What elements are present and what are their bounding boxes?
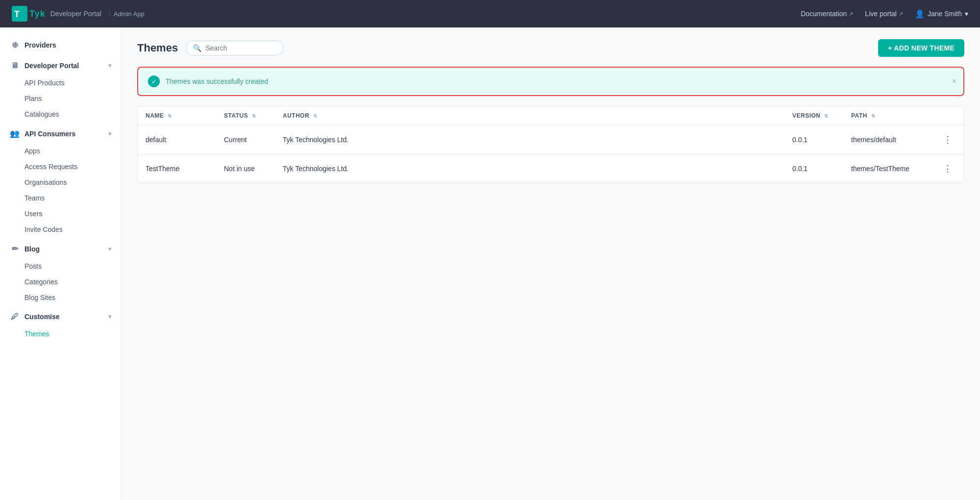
sidebar-child-apps[interactable]: Apps <box>0 143 121 159</box>
col-header-status[interactable]: STATUS ⇅ <box>216 106 275 125</box>
sidebar-child-users[interactable]: Users <box>0 206 121 222</box>
cell-status: Not in use <box>216 154 275 183</box>
sort-icon-version: ⇅ <box>824 113 829 119</box>
sidebar-child-categories[interactable]: Categories <box>0 274 121 290</box>
documentation-label: Documentation <box>801 10 847 18</box>
row-actions-button[interactable]: ⋮ <box>939 161 956 176</box>
external-link-icon: ↗ <box>849 11 853 17</box>
row-actions-button[interactable]: ⋮ <box>939 132 956 147</box>
sidebar-section-providers: ⊕ Providers <box>0 35 121 54</box>
api-consumers-chevron: ▾ <box>108 130 111 137</box>
alert-close-button[interactable]: × <box>952 77 956 86</box>
cell-path: themes/default <box>843 125 931 154</box>
logo-area: T Tyk Developer Portal Admin App <box>12 6 145 22</box>
api-consumers-icon: 👥 <box>10 129 20 138</box>
live-portal-link[interactable]: Live portal ↗ <box>865 10 903 18</box>
app-body: ⊕ Providers 🖥 Developer Portal ▾ API Pro… <box>0 27 980 500</box>
themes-table-container: NAME ⇅ STATUS ⇅ AUTHOR ⇅ VERSION <box>137 106 964 183</box>
search-icon: 🔍 <box>193 44 201 52</box>
developer-portal-label: Developer Portal <box>24 62 79 70</box>
blog-chevron: ▾ <box>108 246 111 252</box>
topnav-right: Documentation ↗ Live portal ↗ 👤 Jane Smi… <box>801 9 968 19</box>
sidebar-item-providers[interactable]: ⊕ Providers <box>0 35 121 54</box>
col-header-author[interactable]: AUTHOR ⇅ <box>275 106 784 125</box>
sidebar-item-developer-portal[interactable]: 🖥 Developer Portal ▾ <box>0 56 121 75</box>
col-header-path[interactable]: PATH ⇅ <box>843 106 931 125</box>
sidebar-item-api-consumers[interactable]: 👥 API Consumers ▾ <box>0 124 121 143</box>
alert-check-icon: ✓ <box>148 75 160 87</box>
sort-icon-author: ⇅ <box>313 113 318 119</box>
table-row: default Current Tyk Technologies Ltd. 0.… <box>138 125 964 154</box>
sidebar-child-api-products[interactable]: API Products <box>0 75 121 91</box>
cell-version: 0.0.1 <box>784 154 843 183</box>
sort-icon-path: ⇅ <box>871 113 876 119</box>
sidebar-child-teams[interactable]: Teams <box>0 190 121 206</box>
tyk-icon-svg: T <box>12 6 27 22</box>
sort-icon-status: ⇅ <box>252 113 256 119</box>
sidebar-section-api-consumers: 👥 API Consumers ▾ Apps Access Requests O… <box>0 124 121 237</box>
sidebar-child-themes[interactable]: Themes <box>0 326 121 342</box>
providers-icon: ⊕ <box>10 40 20 50</box>
cell-status: Current <box>216 125 275 154</box>
cell-actions: ⋮ <box>931 154 964 183</box>
customise-chevron: ▾ <box>108 313 111 320</box>
providers-label: Providers <box>24 41 56 49</box>
cell-author: Tyk Technologies Ltd. <box>275 154 784 183</box>
table-row: TestTheme Not in use Tyk Technologies Lt… <box>138 154 964 183</box>
table-header-row: NAME ⇅ STATUS ⇅ AUTHOR ⇅ VERSION <box>138 106 964 125</box>
sidebar-child-plans[interactable]: Plans <box>0 91 121 106</box>
developer-portal-chevron: ▾ <box>108 62 111 69</box>
alert-text: Themes was successfully created <box>166 77 954 85</box>
top-navigation: T Tyk Developer Portal Admin App Documen… <box>0 0 980 27</box>
sidebar-child-blog-sites[interactable]: Blog Sites <box>0 290 121 305</box>
sort-icon-name: ⇅ <box>168 113 172 119</box>
customise-icon: 🖊 <box>10 312 20 321</box>
cell-author: Tyk Technologies Ltd. <box>275 125 784 154</box>
main-content: Themes 🔍 + ADD NEW THEME ✓ Themes was su… <box>122 27 980 500</box>
cell-path: themes/TestTheme <box>843 154 931 183</box>
user-name: Jane Smith <box>928 10 962 18</box>
blog-icon: ✏ <box>10 244 20 253</box>
cell-version: 0.0.1 <box>784 125 843 154</box>
sidebar-section-customise: 🖊 Customise ▾ Themes <box>0 307 121 342</box>
customise-label: Customise <box>24 313 60 321</box>
page-header: Themes 🔍 + ADD NEW THEME <box>137 39 964 57</box>
col-header-name[interactable]: NAME ⇅ <box>138 106 216 125</box>
sidebar-item-customise[interactable]: 🖊 Customise ▾ <box>0 307 121 326</box>
portal-label: Developer Portal <box>50 10 101 18</box>
user-menu[interactable]: 👤 Jane Smith ▾ <box>915 9 968 19</box>
live-portal-label: Live portal <box>865 10 897 18</box>
sidebar-child-access-requests[interactable]: Access Requests <box>0 159 121 175</box>
sidebar-item-blog[interactable]: ✏ Blog ▾ <box>0 239 121 258</box>
search-input[interactable] <box>205 44 276 52</box>
tyk-wordmark: Tyk <box>29 9 46 19</box>
search-box: 🔍 <box>186 41 284 55</box>
page-title: Themes <box>137 42 178 54</box>
add-new-theme-button[interactable]: + ADD NEW THEME <box>878 39 964 57</box>
sidebar-child-organisations[interactable]: Organisations <box>0 175 121 190</box>
api-consumers-label: API Consumers <box>24 130 75 138</box>
themes-table: NAME ⇅ STATUS ⇅ AUTHOR ⇅ VERSION <box>138 106 964 183</box>
blog-label: Blog <box>24 245 40 253</box>
table-body: default Current Tyk Technologies Ltd. 0.… <box>138 125 964 183</box>
sidebar-child-posts[interactable]: Posts <box>0 258 121 274</box>
alert-success: ✓ Themes was successfully created × <box>137 67 964 96</box>
user-chevron-icon: ▾ <box>965 10 968 18</box>
documentation-link[interactable]: Documentation ↗ <box>801 10 853 18</box>
developer-portal-icon: 🖥 <box>10 61 20 70</box>
table-header: NAME ⇅ STATUS ⇅ AUTHOR ⇅ VERSION <box>138 106 964 125</box>
cell-actions: ⋮ <box>931 125 964 154</box>
cell-name: default <box>138 125 216 154</box>
col-header-version[interactable]: VERSION ⇅ <box>784 106 843 125</box>
sidebar: ⊕ Providers 🖥 Developer Portal ▾ API Pro… <box>0 27 122 500</box>
svg-text:T: T <box>14 9 20 19</box>
sidebar-child-catalogues[interactable]: Catalogues <box>0 106 121 122</box>
sidebar-child-invite-codes[interactable]: Invite Codes <box>0 222 121 237</box>
col-header-actions <box>931 106 964 125</box>
user-avatar-icon: 👤 <box>915 9 925 19</box>
cell-name: TestTheme <box>138 154 216 183</box>
admin-app-badge: Admin App <box>109 10 145 18</box>
sidebar-section-developer-portal: 🖥 Developer Portal ▾ API Products Plans … <box>0 56 121 122</box>
tyk-logo[interactable]: T Tyk <box>12 6 46 22</box>
sidebar-section-blog: ✏ Blog ▾ Posts Categories Blog Sites <box>0 239 121 305</box>
